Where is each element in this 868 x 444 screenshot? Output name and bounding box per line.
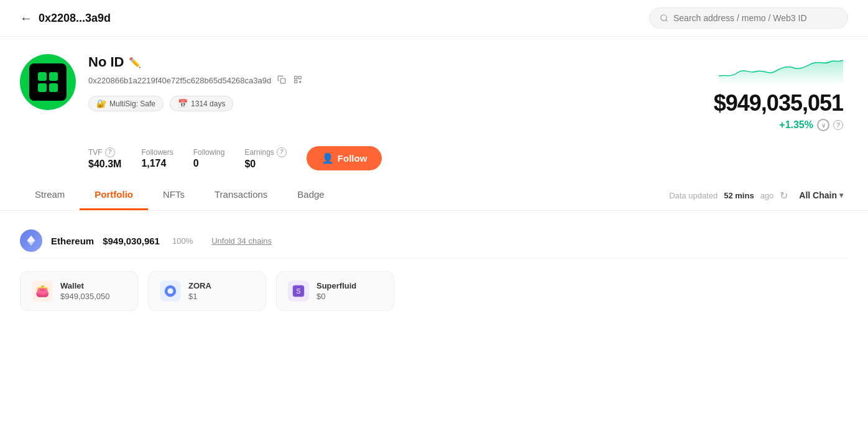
- ethereum-logo: [20, 229, 42, 252]
- profile-address: 0x220866b1a2219f40e72f5c628b65d54268ca3a…: [88, 74, 303, 87]
- svg-line-1: [666, 20, 668, 22]
- portfolio-value-section: $949,035,051 +1.35% ∨ ?: [714, 54, 848, 131]
- wallet-card-superfluid-name: Superfluid: [316, 281, 356, 290]
- svg-text:S: S: [296, 287, 300, 295]
- days-label: 1314 days: [191, 99, 225, 108]
- wallet-cards: 👛 Wallet $949,035,050 ZORA $1 S Superflu…: [20, 271, 848, 311]
- ethereum-row: Ethereum $949,030,961 100% Unfold 34 cha…: [20, 223, 848, 259]
- followers-stat: Followers 1,174: [141, 148, 173, 169]
- profile-info: No ID ✏️ 0x220866b1a2219f40e72f5c628b65d…: [88, 54, 303, 111]
- following-stat: Following 0: [193, 148, 225, 169]
- profile-left: No ID ✏️ 0x220866b1a2219f40e72f5c628b65d…: [20, 54, 303, 111]
- portfolio-amount: $949,035,051: [714, 90, 843, 116]
- svg-point-9: [167, 288, 173, 294]
- data-updated-label: Data updated: [669, 191, 718, 200]
- tabs-right: Data updated 52 mins ago ↻ All Chain ▾: [669, 188, 848, 203]
- earnings-help-icon[interactable]: ?: [277, 147, 287, 157]
- portfolio-change: +1.35% ∨ ?: [714, 119, 843, 131]
- address-text: 0x220866b1a2219f40e72f5c628b65d54268ca3a…: [88, 76, 271, 85]
- search-icon: [660, 14, 668, 22]
- following-value: 0: [193, 158, 225, 169]
- portfolio-content: Ethereum $949,030,961 100% Unfold 34 cha…: [0, 211, 868, 323]
- calendar-icon: 📅: [178, 99, 188, 108]
- portfolio-change-pct: +1.35%: [779, 119, 813, 131]
- multisig-badge: 🔐 MultiSig: Safe: [88, 96, 164, 111]
- refresh-icon[interactable]: ↻: [780, 190, 788, 201]
- profile-name-row: No ID ✏️: [88, 54, 303, 70]
- superfluid-icon: S: [288, 280, 309, 302]
- tvf-stat: TVF ? $40.3M: [88, 147, 121, 170]
- header-left: ← 0x2208...3a9d: [20, 11, 111, 25]
- search-input[interactable]: [673, 13, 838, 23]
- followers-value: 1,174: [141, 158, 173, 169]
- earnings-stat: Earnings ? $0: [244, 147, 286, 170]
- chevron-down-icon: ▾: [839, 191, 843, 200]
- portfolio-help-icon[interactable]: ?: [833, 120, 843, 130]
- tabs-left: Stream Portfolio NFTs Transactions Badge: [20, 180, 339, 210]
- followers-label: Followers: [141, 148, 173, 157]
- multisig-label: MultiSig: Safe: [109, 99, 155, 108]
- wallet-card-superfluid-value: $0: [316, 292, 356, 301]
- tvf-value: $40.3M: [88, 159, 121, 170]
- earnings-label: Earnings ?: [244, 147, 286, 157]
- ethereum-value: $949,030,961: [103, 236, 160, 246]
- svg-point-0: [661, 15, 667, 21]
- wallet-card-wallet-info: Wallet $949,035,050: [60, 281, 110, 301]
- change-info-button[interactable]: ∨: [817, 119, 829, 131]
- profile-section: No ID ✏️ 0x220866b1a2219f40e72f5c628b65d…: [0, 37, 868, 141]
- zora-icon: [160, 280, 181, 302]
- wallet-card-superfluid[interactable]: S Superfluid $0: [276, 271, 394, 311]
- page-title: 0x2208...3a9d: [39, 12, 111, 25]
- wallet-card-wallet-name: Wallet: [60, 281, 110, 290]
- ethereum-info: Ethereum: [51, 236, 94, 246]
- tvf-help-icon[interactable]: ?: [105, 147, 115, 157]
- qr-code-button[interactable]: [292, 74, 303, 87]
- dot-2: [49, 72, 58, 81]
- header: ← 0x2208...3a9d: [0, 0, 868, 37]
- follow-icon: 👤: [321, 152, 334, 164]
- tab-stream[interactable]: Stream: [20, 180, 80, 210]
- profile-name: No ID: [88, 54, 124, 70]
- wallet-card-superfluid-info: Superfluid $0: [316, 281, 356, 301]
- wallet-card-wallet-value: $949,035,050: [60, 292, 110, 301]
- dot-1: [38, 72, 47, 81]
- wallet-card-zora[interactable]: ZORA $1: [148, 271, 266, 311]
- data-updated-suffix: ago: [760, 191, 774, 200]
- avatar-inner: [29, 63, 67, 101]
- dot-4: [49, 83, 58, 92]
- svg-rect-4: [298, 76, 301, 79]
- tab-badge[interactable]: Badge: [282, 180, 339, 210]
- multisig-icon: 🔐: [96, 99, 106, 108]
- copy-address-button[interactable]: [276, 74, 287, 87]
- svg-rect-2: [280, 78, 285, 83]
- follow-button-label: Follow: [338, 153, 367, 164]
- wallet-icon: 👛: [32, 280, 53, 302]
- chain-selector[interactable]: All Chain ▾: [794, 188, 848, 203]
- badges-row: 🔐 MultiSig: Safe 📅 1314 days: [88, 96, 303, 111]
- svg-rect-3: [295, 76, 297, 79]
- dot-3: [38, 83, 47, 92]
- search-bar: [649, 7, 848, 29]
- tabs-section: Stream Portfolio NFTs Transactions Badge…: [0, 180, 868, 211]
- portfolio-chart: [719, 54, 843, 85]
- tvf-label: TVF ?: [88, 147, 121, 157]
- edit-icon[interactable]: ✏️: [129, 57, 141, 68]
- back-button[interactable]: ←: [20, 11, 32, 25]
- days-badge: 📅 1314 days: [170, 96, 233, 111]
- wallet-card-zora-value: $1: [188, 292, 211, 301]
- ethereum-pct: 100%: [172, 236, 193, 246]
- earnings-value: $0: [244, 159, 286, 170]
- unfold-chains-link[interactable]: Unfold 34 chains: [211, 236, 272, 246]
- follow-button[interactable]: 👤 Follow: [307, 146, 382, 170]
- following-label: Following: [193, 148, 225, 157]
- wallet-card-zora-name: ZORA: [188, 281, 211, 290]
- chain-selector-label: All Chain: [799, 190, 837, 200]
- tab-transactions[interactable]: Transactions: [200, 180, 282, 210]
- stats-row: TVF ? $40.3M Followers 1,174 Following 0…: [0, 141, 868, 180]
- wallet-card-wallet[interactable]: 👛 Wallet $949,035,050: [20, 271, 138, 311]
- ethereum-name: Ethereum: [51, 236, 94, 246]
- tab-nfts[interactable]: NFTs: [148, 180, 200, 210]
- tab-portfolio[interactable]: Portfolio: [80, 180, 148, 210]
- avatar-logo: [38, 72, 58, 92]
- data-updated-time: 52 mins: [724, 191, 754, 200]
